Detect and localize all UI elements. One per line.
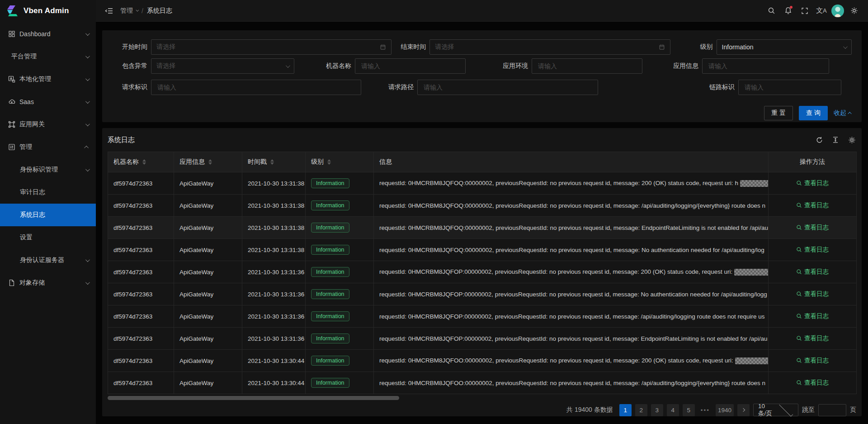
jump-page-input[interactable] xyxy=(818,404,846,416)
page-size-select[interactable]: 10 条/页 xyxy=(753,404,798,416)
page-ellipsis[interactable]: ••• xyxy=(698,404,712,416)
table-row[interactable]: df5974d72363 ApiGateWay 2021-10-30 13:31… xyxy=(108,283,857,305)
table-row[interactable]: df5974d72363 ApiGateWay 2021-10-30 13:30… xyxy=(108,350,857,372)
magnifier-icon xyxy=(796,291,802,297)
message-cell: requestId: 0HMCRBM8JQFOP:00000002, previ… xyxy=(374,305,769,328)
next-page-button[interactable] xyxy=(737,404,750,416)
refresh-icon[interactable] xyxy=(815,135,824,144)
view-log-link[interactable]: 查看日志 xyxy=(796,357,829,365)
main-area: 管理 / 系统日志 文A xyxy=(96,0,868,424)
sidebar-item-audit-logs[interactable]: 审计日志 xyxy=(0,181,96,204)
table-row[interactable]: df5974d72363 ApiGateWay 2021-10-30 13:31… xyxy=(108,305,857,328)
page-button-2[interactable]: 2 xyxy=(635,404,647,416)
view-log-link[interactable]: 查看日志 xyxy=(796,312,829,320)
view-log-link[interactable]: 查看日志 xyxy=(796,290,829,298)
settings-gear-icon[interactable] xyxy=(847,3,861,19)
chevron-down-icon xyxy=(85,31,90,36)
user-avatar[interactable] xyxy=(831,5,844,17)
sidebar-item-identity-server[interactable]: 身份认证服务器 xyxy=(0,249,96,272)
sidebar-item-label: 身份标识管理 xyxy=(20,166,85,174)
view-log-link[interactable]: 查看日志 xyxy=(796,334,829,343)
page-button-4[interactable]: 4 xyxy=(667,404,679,416)
magnifier-icon xyxy=(796,335,802,341)
view-log-link[interactable]: 查看日志 xyxy=(796,224,829,232)
environment-input[interactable] xyxy=(532,58,642,74)
trace-id-input[interactable] xyxy=(738,80,841,95)
environment-field[interactable] xyxy=(537,62,637,70)
sidebar-item-gateway[interactable]: 应用网关 xyxy=(0,113,96,136)
page-button-5[interactable]: 5 xyxy=(683,404,695,416)
table-row[interactable]: df5974d72363 ApiGateWay 2021-10-30 13:31… xyxy=(108,195,857,217)
breadcrumb-root[interactable]: 管理 xyxy=(120,7,138,15)
reset-button[interactable]: 重 置 xyxy=(764,106,793,120)
machine-name-label: 机器名称 xyxy=(322,62,355,70)
sort-icon xyxy=(327,159,331,165)
sidebar-item-saas[interactable]: Saas xyxy=(0,91,96,113)
sidebar-item-object-storage[interactable]: 对象存储 xyxy=(0,272,96,294)
view-log-link[interactable]: 查看日志 xyxy=(796,268,829,276)
table-row[interactable]: df5974d72363 ApiGateWay 2021-10-30 13:31… xyxy=(108,172,857,195)
level-badge: Information xyxy=(311,267,349,277)
notification-bell-icon[interactable] xyxy=(781,3,795,19)
has-exception-placeholder: 请选择 xyxy=(156,62,282,70)
trace-id-field[interactable] xyxy=(744,83,836,91)
chevron-right-icon xyxy=(741,408,745,412)
scrollbar-thumb[interactable] xyxy=(108,396,399,400)
view-log-link[interactable]: 查看日志 xyxy=(796,379,829,387)
sidebar-item-system-logs[interactable]: 系统日志 xyxy=(0,204,96,226)
fullscreen-icon[interactable] xyxy=(798,3,811,19)
sidebar-item-settings[interactable]: 设置 xyxy=(0,226,96,249)
col-header-app[interactable]: 应用信息 xyxy=(174,152,242,172)
page-button-1[interactable]: 1 xyxy=(619,404,632,416)
request-path-input[interactable] xyxy=(417,80,598,95)
table-row[interactable]: df5974d72363 ApiGateWay 2021-10-30 13:31… xyxy=(108,239,857,261)
has-exception-select[interactable]: 请选择 xyxy=(151,58,294,74)
sidebar-item-localization[interactable]: 本地化管理 xyxy=(0,68,96,91)
collapse-filters-link[interactable]: 收起 xyxy=(834,109,852,117)
view-log-link[interactable]: 查看日志 xyxy=(796,179,829,187)
sidebar-item-dashboard[interactable]: Dashboard xyxy=(0,23,96,45)
table-row[interactable]: df5974d72363 ApiGateWay 2021-10-30 13:31… xyxy=(108,261,857,283)
level-badge: Information xyxy=(311,311,349,321)
collapse-filters-label: 收起 xyxy=(834,109,846,117)
app-logo[interactable]: Vben Admin xyxy=(0,0,96,22)
application-field[interactable] xyxy=(708,62,824,70)
machine-name-input[interactable] xyxy=(355,58,466,74)
page-button-last[interactable]: 1940 xyxy=(716,404,734,416)
top-bar: 管理 / 系统日志 文A xyxy=(96,0,868,22)
table-row[interactable]: df5974d72363 ApiGateWay 2021-10-30 13:30… xyxy=(108,372,857,394)
col-header-timestamp[interactable]: 时间戳 xyxy=(242,152,306,172)
request-id-field[interactable] xyxy=(156,83,356,91)
request-path-field[interactable] xyxy=(423,83,593,91)
page-button-3[interactable]: 3 xyxy=(651,404,663,416)
sidebar-item-label: 系统日志 xyxy=(20,211,89,219)
breadcrumb-separator: / xyxy=(142,7,143,14)
table-row[interactable]: df5974d72363 ApiGateWay 2021-10-30 13:31… xyxy=(108,328,857,350)
col-header-machine[interactable]: 机器名称 xyxy=(108,152,174,172)
column-settings-gear-icon[interactable] xyxy=(847,135,856,144)
machine-name-field[interactable] xyxy=(360,62,460,70)
level-select[interactable]: Information xyxy=(717,39,852,55)
chevron-down-icon xyxy=(779,402,793,416)
chevron-down-icon xyxy=(85,76,90,81)
sidebar-item-identity-management[interactable]: 身份标识管理 xyxy=(0,158,96,181)
start-time-label: 开始时间 xyxy=(112,43,151,51)
application-input[interactable] xyxy=(702,58,829,74)
view-log-link[interactable]: 查看日志 xyxy=(796,246,829,254)
menu-fold-icon[interactable] xyxy=(103,5,115,17)
sidebar-item-platform[interactable]: 平台管理 xyxy=(0,45,96,68)
chevron-down-icon xyxy=(85,99,90,104)
system-logs-card: 系统日志 xyxy=(102,128,862,416)
start-time-picker[interactable]: 请选择 xyxy=(151,39,392,55)
search-button[interactable]: 查 询 xyxy=(799,106,828,120)
view-log-link[interactable]: 查看日志 xyxy=(796,201,829,210)
translate-icon[interactable]: 文A xyxy=(815,3,828,19)
end-time-picker[interactable]: 请选择 xyxy=(429,39,670,55)
row-height-icon[interactable] xyxy=(831,135,840,144)
search-icon[interactable] xyxy=(764,3,778,19)
col-header-level[interactable]: 级别 xyxy=(306,152,374,172)
request-id-input[interactable] xyxy=(151,80,361,95)
sidebar-item-management[interactable]: 管理 xyxy=(0,136,96,158)
message-cell: requestId: 0HMCRBM8JQFOP:00000002, previ… xyxy=(374,283,769,305)
table-row[interactable]: df5974d72363 ApiGateWay 2021-10-30 13:31… xyxy=(108,217,857,239)
